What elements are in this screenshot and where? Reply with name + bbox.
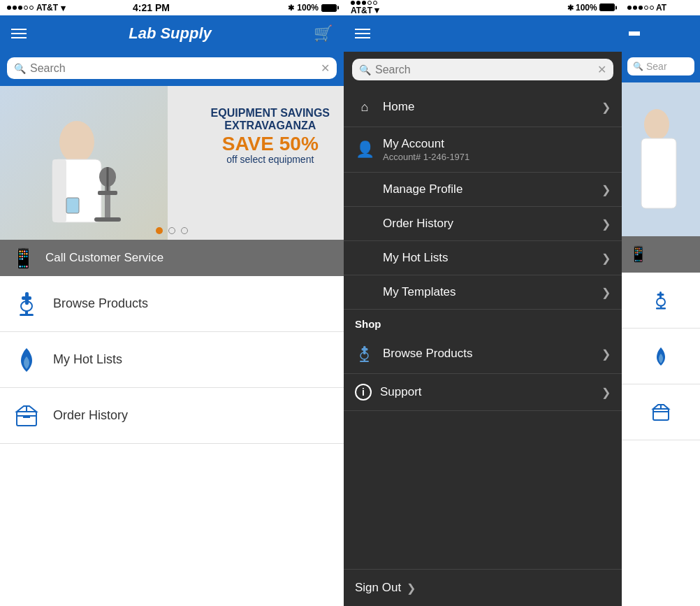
banner-dots	[156, 227, 188, 234]
account-number: Account# 1-246-1971	[383, 152, 611, 162]
svg-rect-18	[362, 348, 368, 351]
dot-1[interactable]	[156, 227, 163, 234]
overlay-nav-panel: AT&T ▾ 4:21 PM ✱ 100% 🔍 ✕ ⌂ Home	[344, 0, 622, 606]
hamburger-button[interactable]	[11, 29, 27, 38]
nav-item-hot-lists-overlay[interactable]: My Hot Lists ❯	[344, 241, 622, 275]
home-label: Home	[383, 100, 593, 114]
clear-search-button[interactable]: ✕	[321, 62, 330, 75]
overlay-carrier: AT&T ▾	[351, 1, 379, 15]
nav-header: Lab Supply 🛒	[0, 15, 344, 52]
call-customer-service-bar[interactable]: 📱 Call Customer Service	[0, 240, 344, 276]
menu-item-browse-products[interactable]: Browse Products	[0, 276, 344, 332]
svg-rect-2	[52, 159, 66, 222]
templates-label: My Templates	[383, 285, 593, 299]
flame-icon	[11, 345, 42, 375]
svg-rect-4	[98, 191, 117, 195]
left-panel: AT&T ▾ 4:21 PM ✱ 100% Lab Supply 🛒 🔍 ✕	[0, 0, 344, 606]
overlay-clear-button[interactable]: ✕	[597, 63, 606, 76]
banner-line3: SAVE 50%	[211, 134, 330, 154]
svg-rect-21	[360, 361, 369, 362]
right-phone-icon: 📱	[629, 245, 648, 264]
right-search-text: Sear	[646, 61, 667, 72]
hot-lists-chevron: ❯	[601, 252, 611, 265]
svg-rect-7	[94, 217, 121, 222]
nav-item-order-history-overlay[interactable]: Order History ❯	[344, 207, 622, 241]
search-bar: 🔍 ✕	[0, 52, 344, 86]
bluetooth-icon: ✱	[288, 3, 294, 13]
sign-out-label: Sign Out	[355, 581, 401, 595]
app-title: Lab Supply	[129, 24, 212, 43]
shop-section-header: Shop	[344, 310, 622, 334]
hot-lists-label: My Hot Lists	[53, 352, 122, 367]
overlay-header	[344, 15, 622, 52]
overlay-wifi-icon: ▾	[374, 5, 379, 15]
carrier-name: AT&T	[36, 3, 58, 13]
hot-lists-overlay-label: My Hot Lists	[383, 251, 593, 265]
right-status-bar: AT	[622, 0, 700, 15]
right-carrier: AT	[656, 3, 666, 13]
overlay-nav-list: ⌂ Home ❯ 👤 My Account Account# 1-246-197…	[344, 87, 622, 606]
browse-products-chevron: ❯	[601, 347, 611, 361]
right-nav-header	[622, 15, 700, 52]
nav-item-manage-profile[interactable]: Manage Profile ❯	[344, 173, 622, 207]
overlay-hamburger-button[interactable]	[355, 29, 370, 38]
right-hamburger-icon	[629, 31, 640, 36]
overlay-search-icon: 🔍	[359, 64, 371, 75]
nav-item-browse-products-overlay[interactable]: Browse Products ❯	[344, 334, 622, 374]
overlay-search-input[interactable]	[375, 64, 593, 76]
menu-item-order-history[interactable]: Order History	[0, 388, 344, 444]
right-menu-item-1	[622, 273, 700, 329]
svg-point-27	[657, 298, 665, 305]
main-menu-list: Browse Products My Hot Lists	[0, 276, 344, 606]
info-icon: i	[355, 384, 372, 401]
nav-item-account[interactable]: 👤 My Account Account# 1-246-1971	[344, 127, 622, 173]
nav-item-support[interactable]: i Support ❯	[344, 374, 622, 411]
wifi-icon: ▾	[61, 3, 66, 13]
svg-rect-24	[641, 138, 676, 208]
account-icon: 👤	[355, 140, 374, 159]
svg-rect-26	[657, 294, 664, 296]
status-bar-overlay: AT&T ▾ 4:21 PM ✱ 100%	[344, 0, 622, 15]
right-call-bar: 📱	[622, 236, 700, 273]
svg-rect-10	[22, 296, 31, 300]
right-banner-partial	[622, 82, 700, 236]
microscope-icon	[11, 289, 42, 319]
overlay-search-wrap[interactable]: 🔍 ✕	[352, 59, 613, 80]
sign-out-row[interactable]: Sign Out ❯	[344, 569, 622, 606]
dot-2[interactable]	[168, 227, 175, 234]
search-input-wrap[interactable]: 🔍 ✕	[7, 57, 337, 79]
carrier-signal: AT&T ▾	[7, 3, 66, 13]
menu-item-hot-lists[interactable]: My Hot Lists	[0, 332, 344, 388]
cart-icon[interactable]: 🛒	[314, 24, 333, 43]
overlay-battery: ✱ 100%	[567, 3, 615, 13]
right-search-icon: 🔍	[633, 62, 643, 71]
overlay-battery-percent: 100%	[576, 3, 597, 13]
call-label: Call Customer Service	[45, 251, 163, 265]
svg-rect-30	[653, 409, 669, 420]
svg-rect-29	[656, 308, 666, 310]
right-search-partial: 🔍 Sear	[622, 52, 700, 82]
sign-out-chevron: ❯	[407, 582, 416, 595]
nav-item-templates[interactable]: My Templates ❯	[344, 275, 622, 310]
account-label: My Account	[383, 137, 611, 151]
order-history-chevron: ❯	[601, 217, 611, 231]
right-menu-partial	[622, 273, 700, 440]
dot-3[interactable]	[181, 227, 188, 234]
banner-line1: EQUIPMENT SAVINGS	[211, 107, 330, 120]
right-partial-panel: AT 🔍 Sear 📱	[622, 0, 700, 606]
svg-rect-8	[66, 198, 79, 213]
svg-rect-13	[20, 314, 34, 316]
templates-chevron: ❯	[601, 286, 611, 299]
banner-line4: off select equipment	[211, 154, 330, 165]
manage-profile-chevron: ❯	[601, 183, 611, 196]
home-chevron: ❯	[601, 101, 611, 114]
svg-rect-14	[17, 412, 36, 426]
phone-icon: 📱	[11, 247, 36, 270]
nav-item-home[interactable]: ⌂ Home ❯	[344, 87, 622, 127]
order-history-label: Order History	[53, 408, 128, 423]
battery-percent: 100%	[297, 3, 319, 13]
support-label: Support	[380, 385, 593, 399]
banner-text: EQUIPMENT SAVINGS EXTRAVAGANZA SAVE 50% …	[211, 107, 330, 165]
box-icon	[11, 401, 42, 431]
search-input[interactable]	[30, 62, 316, 75]
